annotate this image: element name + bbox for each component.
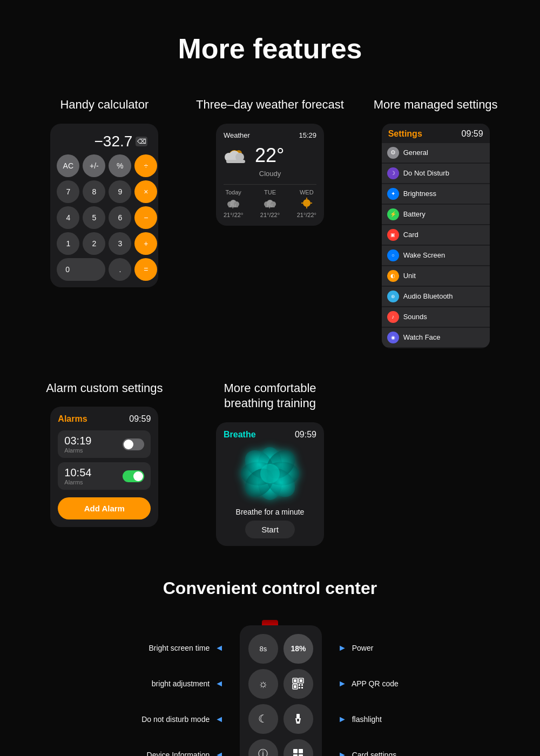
calc-button-grid: AC +/- % ÷ 7 8 9 × 4 5 6 − 1 2 3 + 0 . = xyxy=(57,154,152,281)
weather-app-label: Weather xyxy=(224,131,250,139)
calc-btn-7[interactable]: 7 xyxy=(57,180,79,203)
settings-item-wakescreen[interactable]: ○ Wake Screen xyxy=(382,246,490,265)
calculator-title: Handy calculator xyxy=(60,97,148,113)
weather-day-wed: WED 21°/22° xyxy=(297,189,316,218)
alarm-info-1: 03:19 Alarms xyxy=(64,435,91,454)
ctrl-label-device-info: Device Information ◄ xyxy=(147,743,224,756)
settings-label-card: Card xyxy=(403,231,418,239)
calc-btn-3[interactable]: 3 xyxy=(109,232,131,255)
weather-title: Three–day weather forecast xyxy=(196,97,344,113)
breathe-title: More comfortablebreathing training xyxy=(224,381,316,411)
weather-day-today: Today 21°/22° xyxy=(224,189,243,218)
ctrl-btn-dnd[interactable]: ☾ xyxy=(248,704,278,734)
bottom-features-grid: Alarm custom settings Alarms 09:59 03:19… xyxy=(0,370,540,557)
day-temp-wed: 21°/22° xyxy=(297,212,316,218)
add-alarm-button[interactable]: Add Alarm xyxy=(58,497,151,519)
unit-icon: ◐ xyxy=(387,270,399,282)
ctrl-btn-flashlight[interactable] xyxy=(284,704,313,734)
alarm-time-1: 03:19 xyxy=(64,435,91,447)
calc-btn-equals[interactable]: = xyxy=(134,258,157,281)
alarm-info-2: 10:54 Alarms xyxy=(64,467,91,485)
control-watch-body: 8s 18% ☼ xyxy=(240,625,322,756)
calc-btn-5[interactable]: 5 xyxy=(83,206,105,229)
calc-btn-0[interactable]: 0 xyxy=(57,258,105,281)
settings-label-bluetooth: Audio Bluetooth xyxy=(403,292,453,300)
calc-btn-divide[interactable]: ÷ xyxy=(134,154,157,177)
calc-btn-percent[interactable]: % xyxy=(109,154,131,177)
alarm-widget: Alarms 09:59 03:19 Alarms 10:54 Alarms xyxy=(50,407,158,527)
weather-icon xyxy=(224,144,251,167)
settings-item-unit[interactable]: ◐ Unit xyxy=(382,266,490,286)
breathe-header: Breathe 09:59 xyxy=(224,430,316,440)
alarm-item-1: 03:19 Alarms xyxy=(58,430,151,458)
alarm-time-2: 10:54 xyxy=(64,467,91,479)
calc-btn-1[interactable]: 1 xyxy=(57,232,79,255)
settings-item-bluetooth[interactable]: ⊛ Audio Bluetooth xyxy=(382,287,490,306)
settings-label-unit: Unit xyxy=(403,272,416,280)
toggle-knob-1 xyxy=(124,440,133,449)
ctrl-label-qr: ► APP QR code xyxy=(338,672,399,696)
ctrl-btn-power[interactable]: 18% xyxy=(284,634,313,664)
battery-icon: ⚡ xyxy=(387,208,399,220)
svg-rect-48 xyxy=(299,749,303,753)
settings-item-card[interactable]: ▣ Card xyxy=(382,225,490,245)
calc-btn-minus[interactable]: − xyxy=(134,206,157,229)
general-icon: ⚙ xyxy=(387,147,399,159)
sounds-icon: ♪ xyxy=(387,311,399,323)
calc-btn-2[interactable]: 2 xyxy=(83,232,105,255)
settings-item-brightness[interactable]: ✦ Brightness xyxy=(382,184,490,204)
settings-label-watchface: Watch Face xyxy=(403,333,441,341)
settings-wrap: Settings 09:59 ⚙ General ☽ Do Not Distur… xyxy=(382,124,490,348)
brightness-icon: ✦ xyxy=(387,188,399,200)
ctrl-label-power: ► Power xyxy=(338,636,373,660)
control-center-layout: Bright screen time ◄ bright adjustment ◄… xyxy=(22,620,518,756)
settings-item-battery[interactable]: ⚡ Battery xyxy=(382,205,490,224)
alarm-label-1: Alarms xyxy=(64,447,91,454)
control-grid-wrapper: Bright screen time ◄ bright adjustment ◄… xyxy=(141,625,399,756)
card-icon: ▣ xyxy=(387,229,399,241)
control-center-title: Convenient control center xyxy=(22,578,518,598)
calc-btn-8[interactable]: 8 xyxy=(83,180,105,203)
svg-rect-44 xyxy=(296,714,300,718)
page-title: More features xyxy=(0,32,540,65)
calc-backspace-icon[interactable]: ⌫ xyxy=(136,137,147,146)
settings-item-sounds[interactable]: ♪ Sounds xyxy=(382,307,490,327)
settings-section: More managed settings Settings 09:59 ⚙ G… xyxy=(353,86,518,359)
settings-label-wakescreen: Wake Screen xyxy=(403,251,446,259)
calc-btn-multiply[interactable]: × xyxy=(134,180,157,203)
calc-btn-dot[interactable]: . xyxy=(109,258,131,281)
ctrl-btn-bright-time[interactable]: 8s xyxy=(248,634,278,664)
svg-rect-37 xyxy=(300,679,302,682)
calculator-widget: −32.7 ⌫ AC +/- % ÷ 7 8 9 × 4 5 6 − 1 2 3… xyxy=(50,124,158,287)
control-labels-left: Bright screen time ◄ bright adjustment ◄… xyxy=(141,636,224,756)
settings-time: 09:59 xyxy=(462,129,483,139)
settings-item-dnd[interactable]: ☽ Do Not Disturb xyxy=(382,164,490,183)
calc-btn-plus[interactable]: + xyxy=(134,232,157,255)
alarm-toggle-2[interactable] xyxy=(123,470,144,482)
ctrl-btn-card-settings[interactable] xyxy=(284,739,313,756)
svg-rect-40 xyxy=(299,684,300,686)
calc-btn-ac[interactable]: AC xyxy=(57,154,79,177)
breathe-widget: Breathe 09:59 xyxy=(216,422,324,546)
ctrl-label-bright-screen: Bright screen time ◄ xyxy=(148,636,224,660)
arrow-left-1: ◄ xyxy=(215,644,224,652)
settings-app-label: Settings xyxy=(388,129,422,139)
breathe-message: Breathe for a minute xyxy=(224,508,316,516)
svg-rect-35 xyxy=(294,679,296,682)
svg-rect-39 xyxy=(294,685,296,688)
alarm-toggle-1[interactable] xyxy=(123,438,144,450)
calc-btn-9[interactable]: 9 xyxy=(109,180,131,203)
settings-item-general[interactable]: ⚙ General xyxy=(382,143,490,163)
alarm-header: Alarms 09:59 xyxy=(58,414,151,424)
breathe-start-button[interactable]: Start xyxy=(245,521,295,538)
ctrl-btn-device-info[interactable]: ⓘ xyxy=(248,739,278,756)
calc-btn-6[interactable]: 6 xyxy=(109,206,131,229)
ctrl-btn-brightness[interactable]: ☼ xyxy=(248,669,278,699)
settings-label-battery: Battery xyxy=(403,210,426,218)
ctrl-btn-qr[interactable] xyxy=(284,669,313,699)
settings-item-watchface[interactable]: ◉ Watch Face xyxy=(382,328,490,347)
svg-point-33 xyxy=(260,464,280,483)
calculator-section: Handy calculator −32.7 ⌫ AC +/- % ÷ 7 8 … xyxy=(22,86,187,359)
calc-btn-4[interactable]: 4 xyxy=(57,206,79,229)
calc-btn-plusminus[interactable]: +/- xyxy=(83,154,105,177)
